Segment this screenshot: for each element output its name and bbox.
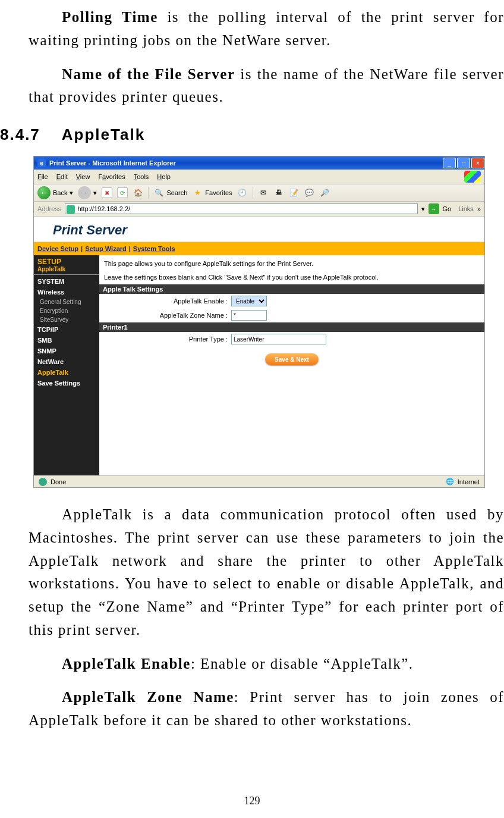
back-label: Back bbox=[53, 189, 67, 196]
row-printer-type: Printer Type : bbox=[99, 332, 484, 346]
section-printer1: Printer1 bbox=[99, 322, 484, 332]
paragraph-polling-time: Polling Time is the polling interval of … bbox=[29, 6, 504, 52]
sidebar-sub-encryption[interactable]: Encryption bbox=[34, 306, 99, 315]
sidebar-item-snmp[interactable]: SNMP bbox=[34, 346, 99, 356]
sidebar-item-tcpip[interactable]: TCP/IP bbox=[34, 324, 99, 335]
menu-bar: File Edit View Favorites Tools Help bbox=[34, 170, 484, 184]
term-appletalk-enable: AppleTalk Enable bbox=[62, 656, 191, 672]
menu-view[interactable]: View bbox=[76, 173, 90, 180]
brand-title: Print Server bbox=[53, 222, 127, 237]
term-appletalk-zone: AppleTalk Zone Name bbox=[62, 689, 234, 705]
sidebar-sub-general[interactable]: General Setting bbox=[34, 297, 99, 306]
sidebar-head: SETUP bbox=[34, 255, 99, 266]
status-done-text: Done bbox=[51, 478, 66, 485]
menu-file[interactable]: File bbox=[37, 173, 48, 180]
internet-zone-icon: 🌐 bbox=[446, 478, 454, 485]
section-number: 8.4.7 bbox=[0, 126, 40, 143]
row-zone-name: AppleTalk Zone Name : bbox=[99, 308, 484, 322]
intro-line-1: This page allows you to configure AppleT… bbox=[104, 259, 480, 269]
section-appletalk-settings: Apple Talk Settings bbox=[99, 284, 484, 294]
address-dropdown-icon[interactable]: ▾ bbox=[421, 205, 425, 213]
intro-line-2: Leave the settings boxes blank and Click… bbox=[104, 272, 480, 283]
toolbar-separator-2 bbox=[253, 187, 253, 199]
ie-app-icon: e bbox=[37, 159, 46, 167]
tab-setup-wizard[interactable]: Setup Wizard bbox=[85, 245, 127, 252]
tab-sep-2: | bbox=[129, 245, 131, 252]
search-button[interactable]: 🔍 Search bbox=[153, 187, 187, 198]
section-heading: 8.4.7AppleTalk bbox=[0, 126, 504, 144]
sidebar-sub-sitesurvey[interactable]: SiteSurvey bbox=[34, 315, 99, 324]
intro-text: This page allows you to configure AppleT… bbox=[99, 255, 484, 284]
discuss-button[interactable]: 💬 bbox=[304, 187, 315, 198]
label-appletalk-enable: AppleTalk Enable : bbox=[103, 297, 228, 305]
input-printer-type[interactable] bbox=[231, 334, 326, 344]
maximize-button[interactable]: □ bbox=[457, 158, 470, 168]
forward-button[interactable]: → ▾ bbox=[78, 186, 97, 199]
forward-dropdown-icon: ▾ bbox=[93, 189, 97, 197]
sidebar-item-wireless[interactable]: Wireless bbox=[34, 287, 99, 297]
sidebar: SETUP AppleTalk SYSTEM Wireless General … bbox=[34, 255, 99, 475]
brand-row: Print Server bbox=[34, 217, 484, 242]
minimize-button[interactable]: _ bbox=[443, 158, 456, 168]
menu-edit[interactable]: Edit bbox=[56, 173, 68, 180]
status-zone-text: Internet bbox=[458, 478, 480, 485]
sidebar-selected: AppleTalk bbox=[34, 266, 99, 273]
term-polling-time: Polling Time bbox=[62, 9, 158, 25]
window-title: Print Server - Microsoft Internet Explor… bbox=[49, 159, 176, 167]
paragraph-file-server: Name of the File Server is the name of t… bbox=[29, 63, 504, 109]
windows-flag-icon bbox=[464, 171, 481, 183]
sidebar-item-smb[interactable]: SMB bbox=[34, 335, 99, 346]
appletalk-enable-desc: : Enable or disable “AppleTalk”. bbox=[191, 656, 414, 672]
home-button[interactable]: 🏠 bbox=[133, 187, 143, 198]
tab-system-tools[interactable]: System Tools bbox=[133, 245, 175, 252]
paragraph-appletalk-enable: AppleTalk Enable: Enable or disable “App… bbox=[29, 653, 504, 676]
input-zone-name[interactable] bbox=[231, 310, 267, 321]
history-button[interactable]: 🕘 bbox=[237, 187, 248, 198]
tab-strip: Device Setup | Setup Wizard | System Too… bbox=[34, 242, 484, 255]
window-titlebar: e Print Server - Microsoft Internet Expl… bbox=[34, 156, 484, 170]
row-appletalk-enable: AppleTalk Enable : Enable bbox=[99, 294, 484, 308]
search-icon: 🔍 bbox=[153, 187, 164, 198]
sidebar-item-system[interactable]: SYSTEM bbox=[34, 276, 99, 287]
research-button[interactable]: 🔎 bbox=[320, 187, 330, 198]
toolbar: ← Back ▾ → ▾ ✖ ⟳ 🏠 🔍 Search ★ Favorites … bbox=[34, 184, 484, 202]
refresh-button[interactable]: ⟳ bbox=[117, 187, 128, 198]
back-dropdown-icon: ▾ bbox=[70, 189, 73, 197]
close-button[interactable]: × bbox=[471, 158, 484, 168]
status-bar: Done 🌐 Internet bbox=[34, 475, 484, 487]
page-number: 129 bbox=[244, 795, 260, 807]
sidebar-separator bbox=[34, 274, 99, 275]
menu-help[interactable]: Help bbox=[157, 173, 171, 180]
screenshot-container: e Print Server - Microsoft Internet Expl… bbox=[33, 156, 485, 488]
tab-device-setup[interactable]: Device Setup bbox=[37, 245, 78, 252]
paragraph-appletalk-desc: AppleTalk is a data communication protoc… bbox=[29, 503, 504, 642]
main-pane: This page allows you to configure AppleT… bbox=[99, 255, 484, 475]
search-label: Search bbox=[166, 189, 187, 196]
sidebar-item-appletalk[interactable]: AppleTalk bbox=[34, 367, 99, 378]
links-label[interactable]: Links bbox=[458, 205, 474, 212]
menu-favorites[interactable]: Favorites bbox=[98, 173, 125, 180]
section-title: AppleTalk bbox=[62, 126, 145, 143]
address-page-icon bbox=[67, 205, 75, 214]
stop-button[interactable]: ✖ bbox=[102, 187, 112, 198]
back-icon: ← bbox=[37, 186, 51, 199]
favorites-button[interactable]: ★ Favorites bbox=[192, 187, 232, 198]
address-label: Address bbox=[37, 205, 61, 212]
address-bar: Address ▾ → Go Links » bbox=[34, 202, 484, 217]
sidebar-item-save-settings[interactable]: Save Settings bbox=[34, 378, 99, 388]
save-next-button[interactable]: Save & Next bbox=[265, 353, 319, 365]
toolbar-separator bbox=[148, 187, 149, 199]
select-appletalk-enable[interactable]: Enable bbox=[231, 296, 267, 306]
sidebar-item-netware[interactable]: NetWare bbox=[34, 356, 99, 367]
favorites-label: Favorites bbox=[205, 189, 232, 196]
tab-sep: | bbox=[81, 245, 83, 252]
menu-tools[interactable]: Tools bbox=[134, 173, 149, 180]
address-input[interactable] bbox=[65, 203, 417, 214]
edit-button[interactable]: 📝 bbox=[289, 187, 300, 198]
print-button[interactable]: 🖶 bbox=[273, 187, 284, 198]
go-button[interactable]: → bbox=[429, 203, 439, 214]
mail-button[interactable]: ✉ bbox=[258, 187, 269, 198]
paragraph-appletalk-zone: AppleTalk Zone Name: Print server has to… bbox=[29, 686, 504, 732]
links-chevron-icon: » bbox=[477, 205, 481, 212]
back-button[interactable]: ← Back ▾ bbox=[37, 186, 73, 199]
